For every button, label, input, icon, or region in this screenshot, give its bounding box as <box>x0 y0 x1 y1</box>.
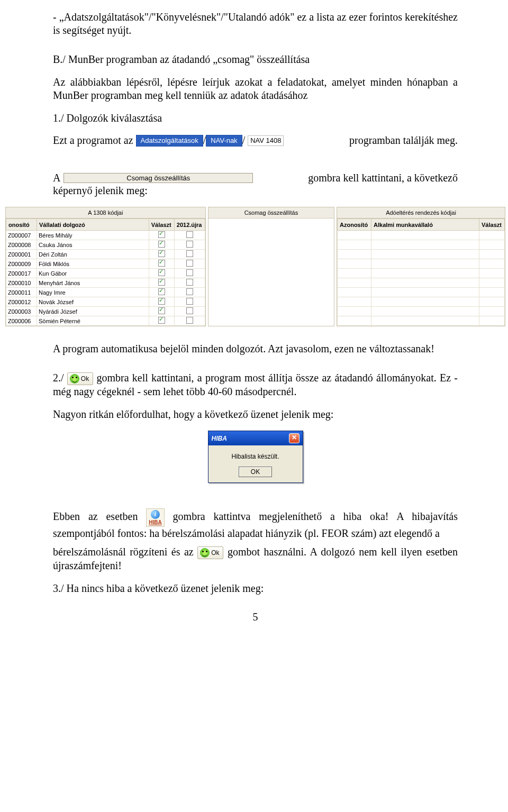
table-header: onosító Vállalati dolgozó Választ 2012.ú… <box>6 219 205 231</box>
p-rare: Nagyon ritkán előfordulhat, hogy a követ… <box>53 408 458 421</box>
checkbox-ujra[interactable] <box>186 241 193 248</box>
text-b2: gombra kell kattintani, a következő <box>305 172 458 184</box>
table-row[interactable]: Z000001Déri Zoltán <box>6 250 205 259</box>
nav1408-label: NAV 1408 <box>248 135 284 146</box>
sec1-title: 1./ Dolgozók kiválasztása <box>53 112 458 125</box>
sec3: 3./ Ha nincs hiba a következő üzenet jel… <box>53 582 458 595</box>
table-row <box>338 231 505 240</box>
page-number: 5 <box>53 611 458 623</box>
p-ebben: Ebben az esetben i HIBA gombra kattintva… <box>53 508 458 540</box>
adatszolg-button[interactable]: Adatszolgáltatások <box>136 135 203 147</box>
hiba-ok-button[interactable]: OK <box>239 467 272 477</box>
checkbox-ujra[interactable] <box>186 298 193 305</box>
csomag-row: A Csomag összeállítás gombra kell kattin… <box>53 172 458 184</box>
text-b: programban találják meg. <box>347 134 458 147</box>
panel3-title: Adóeltérés rendezés kódjai <box>337 207 505 218</box>
p-berelszamolas: bérelszámolásnál rögzíteni és az Ok gomb… <box>53 545 458 572</box>
checkbox-valaszt[interactable] <box>158 298 165 305</box>
text-a: Ezt a programot az <box>53 134 136 147</box>
info-icon: i <box>151 510 160 519</box>
p-after-table: A program automatikusa bejelöl minden do… <box>53 342 458 355</box>
text-a2: A <box>53 172 62 184</box>
table-row[interactable]: Z000006Sömién Péterné <box>6 316 205 326</box>
checkbox-valaszt[interactable] <box>158 241 165 248</box>
table-row <box>338 259 505 269</box>
alkalmi-table: Azonosító Alkalmi munkavállaló Választ <box>337 218 505 326</box>
table-row[interactable]: Z000010Menyhárt János <box>6 278 205 288</box>
ok-button[interactable]: Ok <box>67 372 93 385</box>
smiley-icon <box>200 548 210 558</box>
smiley-icon <box>70 374 79 384</box>
ok-button-2[interactable]: Ok <box>197 546 223 559</box>
hiba-info-button[interactable]: i HIBA <box>146 508 164 527</box>
checkbox-ujra[interactable] <box>186 231 193 238</box>
table-row <box>338 269 505 278</box>
tables-row: A 1308 kódjai onosító Vállalati dolgozó … <box>5 207 505 326</box>
table-row <box>338 297 505 307</box>
table-row[interactable]: Z000017Kun Gábor <box>6 269 205 278</box>
panel2-title: Csomag összeállítás <box>208 207 334 218</box>
hiba-message: Hibalista készült. <box>214 453 297 460</box>
checkbox-ujra[interactable] <box>186 288 193 295</box>
table-row[interactable]: Z000012Novák József <box>6 297 205 307</box>
table-row[interactable]: Z000008Csuka János <box>6 240 205 250</box>
checkbox-valaszt[interactable] <box>158 231 165 238</box>
paragraph-intro: Az alábbiakban lépésről, lépésre leírjuk… <box>53 76 458 102</box>
checkbox-valaszt[interactable] <box>158 250 165 257</box>
checkbox-ujra[interactable] <box>186 269 193 276</box>
hiba-title-text: HIBA <box>212 435 227 442</box>
checkbox-ujra[interactable] <box>186 250 193 257</box>
text-c2: képernyő jelenik meg: <box>53 184 458 197</box>
close-icon[interactable]: ✕ <box>289 433 300 443</box>
table-row[interactable]: Z000003Nyárádi József <box>6 307 205 316</box>
checkbox-valaszt[interactable] <box>158 269 165 276</box>
step2-paragraph: 2./ Ok gombra kell kattintani, a program… <box>53 371 458 398</box>
checkbox-valaszt[interactable] <box>158 307 165 314</box>
checkbox-ujra[interactable] <box>186 260 193 267</box>
hiba-dialog: HIBA ✕ Hibalista készült. OK <box>208 431 303 483</box>
checkbox-valaszt[interactable] <box>158 288 165 295</box>
checkbox-ujra[interactable] <box>186 317 193 324</box>
table-row <box>338 278 505 288</box>
table-row <box>338 307 505 316</box>
checkbox-valaszt[interactable] <box>158 260 165 267</box>
nav-path-row: Ezt a programot az Adatszolgáltatások / … <box>53 134 458 147</box>
checkbox-valaszt[interactable] <box>158 279 165 286</box>
table-row[interactable]: Z000009Földi Miklós <box>6 259 205 269</box>
employees-table: onosító Vállalati dolgozó Választ 2012.ú… <box>6 218 205 326</box>
bullet-adatszolg: - „Adatszolgáltatások"/"Könyvelésnek"/"U… <box>53 11 458 37</box>
navnak-button[interactable]: NAV-nak <box>206 135 242 147</box>
table-row <box>338 250 505 259</box>
checkbox-ujra[interactable] <box>186 307 193 314</box>
table-row[interactable]: Z000011Nagy Imre <box>6 288 205 297</box>
panel1-title: A 1308 kódjai <box>6 207 205 218</box>
checkbox-valaszt[interactable] <box>158 317 165 324</box>
table-row[interactable]: Z000007Béres Mihály <box>6 231 205 240</box>
csomag-osszeallitas-button[interactable]: Csomag összeállítás <box>64 173 253 183</box>
heading-b: B./ MunBer programban az átadandó „csoma… <box>53 53 458 66</box>
table-row <box>338 288 505 297</box>
table-row <box>338 316 505 326</box>
table-row <box>338 240 505 250</box>
checkbox-ujra[interactable] <box>186 279 193 286</box>
